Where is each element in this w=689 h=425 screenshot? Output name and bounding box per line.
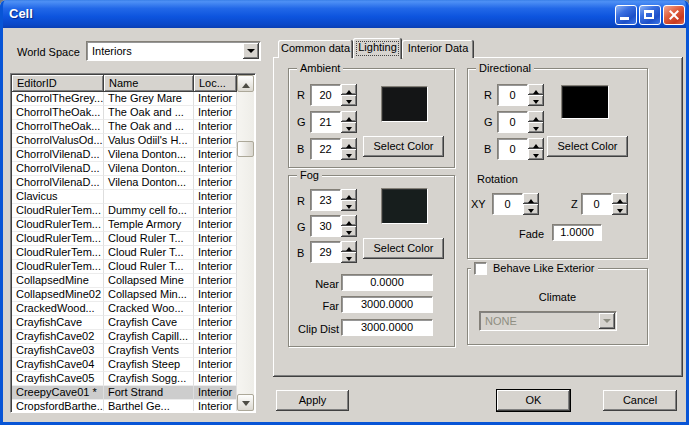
scroll-down-button[interactable] xyxy=(237,394,254,411)
list-cell: ChorrolVilenaD... xyxy=(12,176,104,190)
list-row[interactable]: CrackedWood...Cracked Woo...Interior xyxy=(12,302,237,316)
world-space-combo-arrow[interactable] xyxy=(243,43,259,59)
list-row[interactable]: CrayfishCave03Crayfish VentsInterior xyxy=(12,344,237,358)
column-header-location[interactable]: Loc... xyxy=(194,75,237,92)
fog-clip-dist-input[interactable]: 3000.0000 xyxy=(341,319,433,336)
apply-button[interactable]: Apply xyxy=(276,390,349,411)
ambient-g-down-button[interactable] xyxy=(341,122,357,133)
scroll-up-button[interactable] xyxy=(237,75,254,92)
ambient-b-input[interactable]: 22 xyxy=(310,138,341,160)
fog-g-spinner: 30 xyxy=(310,215,357,237)
ambient-r-input[interactable]: 20 xyxy=(310,84,341,106)
scrollbar-thumb[interactable] xyxy=(237,141,254,157)
tab-interior-data[interactable]: Interior Data xyxy=(402,40,474,58)
list-row[interactable]: CollapsedMine02Collapsed Min...Interior xyxy=(12,288,237,302)
fade-input[interactable]: 1.0000 xyxy=(552,224,602,241)
list-row[interactable]: ChorrolTheOak...The Oak and ...Interior xyxy=(12,106,237,120)
list-row[interactable]: CrayfishCaveCrayfish CaveInterior xyxy=(12,316,237,330)
climate-value: NONE xyxy=(485,314,517,328)
world-space-combo[interactable]: Interiors xyxy=(86,41,261,61)
list-cell: Clavicus xyxy=(12,190,104,204)
list-row[interactable]: CloudRulerTem...Dummy cell fo...Interior xyxy=(12,204,237,218)
minimize-button[interactable] xyxy=(615,5,637,25)
close-button[interactable] xyxy=(663,5,685,25)
vertical-scrollbar[interactable] xyxy=(237,75,254,411)
ambient-g-input[interactable]: 21 xyxy=(310,111,341,133)
ambient-g-up-button[interactable] xyxy=(341,111,357,122)
directional-g-input[interactable]: 0 xyxy=(497,111,528,133)
fog-b-up-button[interactable] xyxy=(341,241,357,252)
ambient-r-down-button[interactable] xyxy=(341,95,357,106)
fog-g-input[interactable]: 30 xyxy=(310,215,341,237)
fog-far-input[interactable]: 3000.0000 xyxy=(341,296,433,313)
directional-b-input[interactable]: 0 xyxy=(497,138,528,160)
ambient-select-color-button[interactable]: Select Color xyxy=(363,136,444,157)
directional-g-up-button[interactable] xyxy=(528,111,544,122)
fog-r-down-button[interactable] xyxy=(341,200,357,211)
list-cell: CloudRulerTem... xyxy=(12,232,104,246)
list-cell: ChorrolTheOak... xyxy=(12,106,104,120)
fog-b-down-button[interactable] xyxy=(341,252,357,263)
rotation-z-input[interactable]: 0 xyxy=(581,193,612,215)
list-row[interactable]: CollapsedMineCollapsed MineInterior xyxy=(12,274,237,288)
ambient-b-up-button[interactable] xyxy=(341,138,357,149)
fog-r-input[interactable]: 23 xyxy=(310,189,341,211)
list-cell: Interior xyxy=(194,274,237,288)
list-row[interactable]: ChorrolVilenaD...Vilena Donton...Interio… xyxy=(12,176,237,190)
list-row[interactable]: ChorrolTheOak...The Oak and ...Interior xyxy=(12,120,237,134)
behave-like-exterior-label: Behave Like Exterior xyxy=(493,262,595,274)
list-row[interactable]: ChorrolTheGrey...The Grey MareInterior xyxy=(12,92,237,106)
fog-g-down-button[interactable] xyxy=(341,226,357,237)
directional-b-up-button[interactable] xyxy=(528,138,544,149)
ambient-b-down-button[interactable] xyxy=(341,149,357,160)
list-row[interactable]: CloudRulerTem...Temple ArmoryInterior xyxy=(12,218,237,232)
list-row[interactable]: CropsfordBarthe...Barthel Ge...Interior xyxy=(12,400,237,411)
directional-b-down-button[interactable] xyxy=(528,149,544,160)
title-bar[interactable]: Cell xyxy=(0,0,689,28)
rotation-xy-down-button[interactable] xyxy=(523,204,539,215)
tab-lighting[interactable]: Lighting xyxy=(353,38,402,59)
directional-r-up-button[interactable] xyxy=(528,84,544,95)
list-cell: Interior xyxy=(194,176,237,190)
rotation-xy-input[interactable]: 0 xyxy=(492,193,523,215)
column-header-name[interactable]: Name xyxy=(104,75,194,92)
list-row[interactable]: ChorrolVilenaD...Vilena Donton...Interio… xyxy=(12,162,237,176)
cancel-button[interactable]: Cancel xyxy=(603,390,677,411)
behave-like-exterior-checkbox[interactable] xyxy=(474,262,487,275)
list-row[interactable]: ChorrolVilenaD...Vilena Donton...Interio… xyxy=(12,148,237,162)
list-row[interactable]: ClavicusInterior xyxy=(12,190,237,204)
directional-select-color-button[interactable]: Select Color xyxy=(547,136,628,157)
ambient-r-up-button[interactable] xyxy=(341,84,357,95)
ok-button[interactable]: OK xyxy=(497,390,570,411)
ambient-color-swatch xyxy=(381,86,428,122)
list-cell: Dummy cell fo... xyxy=(104,204,194,218)
tab-common-data[interactable]: Common data xyxy=(278,40,353,58)
rotation-xy-label: XY xyxy=(471,198,486,211)
directional-r-down-button[interactable] xyxy=(528,95,544,106)
rotation-z-down-button[interactable] xyxy=(612,204,628,215)
fog-g-up-button[interactable] xyxy=(341,215,357,226)
rotation-xy-up-button[interactable] xyxy=(523,193,539,204)
directional-g-down-button[interactable] xyxy=(528,122,544,133)
fog-r-up-button[interactable] xyxy=(341,189,357,200)
list-cell: Collapsed Mine xyxy=(104,274,194,288)
rotation-z-up-button[interactable] xyxy=(612,193,628,204)
list-row[interactable]: CrayfishCave02Crayfish Capill...Interior xyxy=(12,330,237,344)
list-row[interactable]: CloudRulerTem...Cloud Ruler T...Interior xyxy=(12,232,237,246)
fog-select-color-button[interactable]: Select Color xyxy=(363,238,444,259)
maximize-button[interactable] xyxy=(639,5,661,25)
list-row[interactable]: CrayfishCave05Crayfish Sogg...Interior xyxy=(12,372,237,386)
list-cell: CrayfishCave xyxy=(12,316,104,330)
fog-b-input[interactable]: 29 xyxy=(310,241,341,263)
list-row[interactable]: CrayfishCave04Crayfish SteepInterior xyxy=(12,358,237,372)
list-row[interactable]: ChorrolValusOd...Valus Odiil's H...Inter… xyxy=(12,134,237,148)
list-row[interactable]: CloudRulerTem...Cloud Ruler T...Interior xyxy=(12,246,237,260)
list-row[interactable]: CreepyCave01 *Fort StrandInterior xyxy=(12,386,237,400)
list-row[interactable]: CloudRulerTem...Cloud Ruler T...Interior xyxy=(12,260,237,274)
directional-g-spinner: 0 xyxy=(497,111,544,133)
column-header-editorid[interactable]: EditorID xyxy=(12,75,104,92)
list-cell: Vilena Donton... xyxy=(104,162,194,176)
list-cell: ChorrolTheOak... xyxy=(12,120,104,134)
fog-near-input[interactable]: 0.0000 xyxy=(341,274,433,291)
directional-r-input[interactable]: 0 xyxy=(497,84,528,106)
